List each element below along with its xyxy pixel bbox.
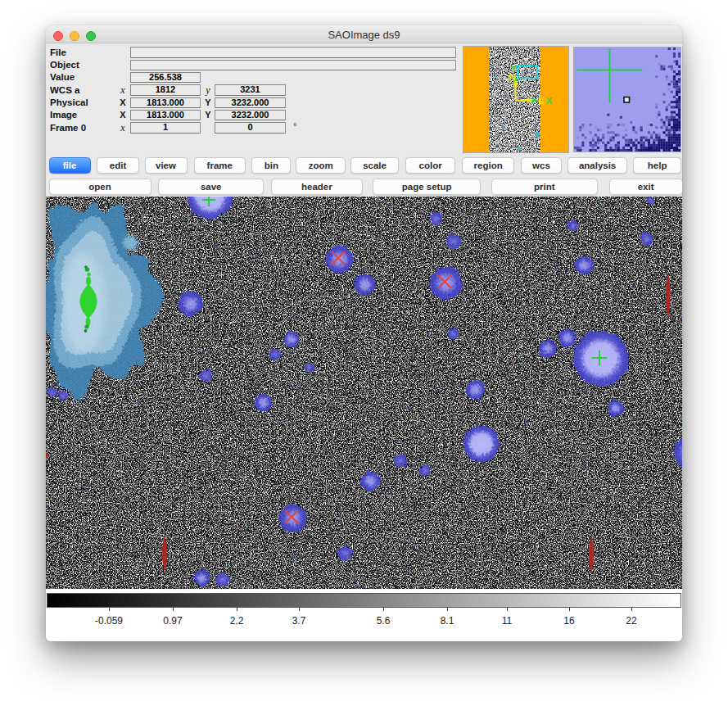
svg-text:X: X [546,96,553,106]
svg-text:N: N [509,72,516,82]
svg-text:E: E [538,96,545,106]
